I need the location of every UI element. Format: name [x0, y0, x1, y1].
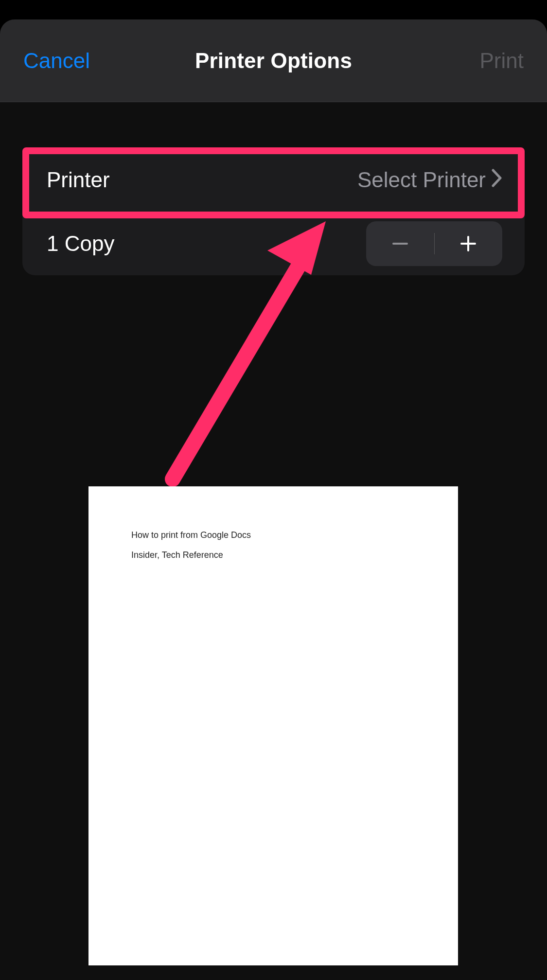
chevron-right-icon [492, 168, 502, 192]
plus-icon [459, 235, 477, 252]
copies-increment-button[interactable] [435, 221, 503, 266]
copies-row: 1 Copy [22, 212, 525, 275]
preview-page[interactable]: How to print from Google Docs Insider, T… [88, 486, 458, 965]
printer-row[interactable]: Printer Select Printer [22, 148, 525, 212]
svg-line-3 [173, 253, 306, 479]
options-content: Printer Select Printer 1 Copy [0, 148, 547, 275]
minus-icon [391, 235, 409, 252]
print-options-sheet: Cancel Printer Options Print Printer Sel… [0, 19, 547, 980]
preview-doc-subtitle: Insider, Tech Reference [131, 550, 415, 560]
copies-stepper [366, 221, 502, 266]
copies-row-label: 1 Copy [47, 232, 114, 256]
printer-row-value: Select Printer [357, 168, 502, 192]
cancel-button[interactable]: Cancel [23, 49, 90, 73]
page-title: Printer Options [195, 49, 352, 73]
copies-decrement-button[interactable] [366, 221, 434, 266]
print-button[interactable]: Print [480, 49, 524, 73]
options-group: Printer Select Printer 1 Copy [22, 148, 525, 275]
navbar: Cancel Printer Options Print [0, 19, 547, 102]
print-preview: How to print from Google Docs Insider, T… [88, 486, 458, 980]
printer-value-text: Select Printer [357, 168, 486, 192]
printer-row-label: Printer [47, 168, 110, 192]
preview-doc-title: How to print from Google Docs [131, 530, 415, 540]
